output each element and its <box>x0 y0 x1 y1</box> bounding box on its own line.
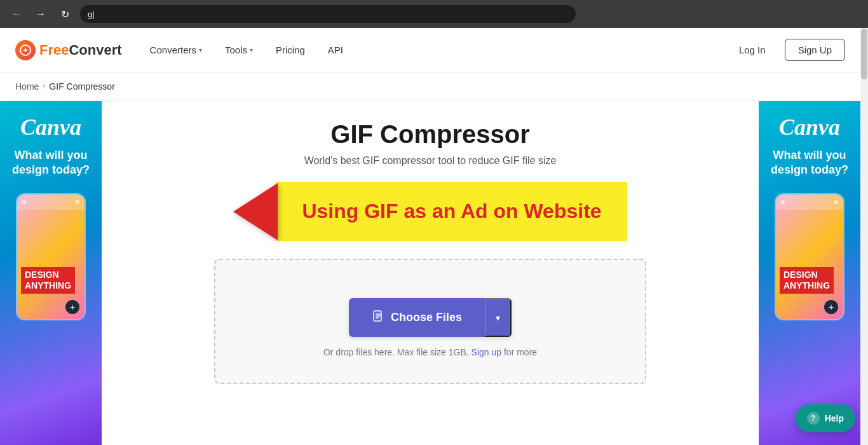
back-button[interactable]: ← <box>8 5 25 23</box>
gif-ad-text: Using GIF as an Ad on Website <box>299 200 604 223</box>
nav-tools[interactable]: Tools ▾ <box>216 39 262 60</box>
ad-design-text-right: DESIGNANYTHING <box>780 267 834 294</box>
center-content: GIF Compressor World's best GIF compress… <box>102 101 759 445</box>
navbar: FreeConvert Converters ▾ Tools ▾ Pricing… <box>0 28 860 72</box>
ad-dot-2 <box>76 200 79 204</box>
ad-tagline-left: What will youdesign today? <box>12 148 90 178</box>
help-icon: ? <box>807 412 820 425</box>
gif-ad-box: Using GIF as an Ad on Website <box>276 182 627 241</box>
breadcrumb: Home › GIF Compressor <box>0 72 860 101</box>
ad-phone-right: DESIGNANYTHING + <box>775 193 844 320</box>
page: FreeConvert Converters ▾ Tools ▾ Pricing… <box>0 28 860 445</box>
drop-text: Or drop files here. Max file size 1GB. S… <box>323 347 537 357</box>
logo[interactable]: FreeConvert <box>15 40 122 60</box>
ad-design-text-left: DESIGNANYTHING <box>21 267 75 294</box>
gif-ad-container: Using GIF as an Ad on Website <box>233 182 627 241</box>
canva-logo-right: Canva <box>779 114 840 140</box>
forward-button[interactable]: → <box>32 5 50 23</box>
choose-files-label: Choose Files <box>391 311 462 324</box>
signup-link[interactable]: Sign up <box>471 347 501 357</box>
converters-chevron-icon: ▾ <box>199 46 202 53</box>
scrollbar-track[interactable] <box>860 28 868 445</box>
logo-text: FreeConvert <box>39 42 122 58</box>
upload-area[interactable]: Choose Files ▾ Or drop files here. Max f… <box>214 259 646 384</box>
refresh-button[interactable]: ↻ <box>56 5 74 23</box>
right-ad-banner[interactable]: Canva What will youdesign today? DESIGNA… <box>759 101 860 445</box>
canva-logo-left: Canva <box>20 114 81 140</box>
ad-plus-btn-right[interactable]: + <box>824 300 838 314</box>
ad-phone-bar-left <box>17 195 85 210</box>
ad-dot-right-2 <box>834 200 838 204</box>
ad-plus-btn-left[interactable]: + <box>65 300 79 314</box>
nav-links: Converters ▾ Tools ▾ Pricing API <box>141 39 728 60</box>
help-label: Help <box>825 413 844 423</box>
page-title: GIF Compressor <box>330 120 529 149</box>
nav-converters[interactable]: Converters ▾ <box>141 39 211 60</box>
address-bar[interactable] <box>80 5 576 23</box>
login-button[interactable]: Log In <box>728 39 777 60</box>
main-content: Canva What will youdesign today? DESIGNA… <box>0 101 860 445</box>
nav-pricing[interactable]: Pricing <box>267 39 314 60</box>
breadcrumb-home[interactable]: Home <box>15 81 39 92</box>
dropdown-chevron-icon: ▾ <box>496 313 500 323</box>
choose-files-button[interactable]: Choose Files <box>349 298 485 337</box>
file-icon <box>372 310 384 325</box>
breadcrumb-current: GIF Compressor <box>49 81 114 92</box>
logo-free: Free <box>39 42 69 58</box>
left-ad-banner[interactable]: Canva What will youdesign today? DESIGNA… <box>0 101 102 445</box>
logo-convert: Convert <box>69 42 121 58</box>
scrollbar-thumb[interactable] <box>861 29 867 79</box>
browser-bar: ← → ↻ <box>0 0 868 28</box>
ad-tagline-right: What will youdesign today? <box>771 148 848 178</box>
ad-phone-bar-right <box>776 195 843 210</box>
signup-button[interactable]: Sign Up <box>785 39 845 61</box>
choose-files-dropdown-button[interactable]: ▾ <box>485 298 512 337</box>
choose-files-row: Choose Files ▾ <box>349 298 512 337</box>
nav-right: Log In Sign Up <box>728 39 845 61</box>
logo-icon <box>15 40 36 60</box>
help-button[interactable]: ? Help <box>796 404 855 432</box>
breadcrumb-separator: › <box>43 82 45 91</box>
gif-ad-arrow-icon <box>233 183 278 240</box>
ad-phone-left: DESIGNANYTHING + <box>16 193 86 320</box>
tools-chevron-icon: ▾ <box>250 46 253 53</box>
ad-dot-right-1 <box>781 200 785 204</box>
ad-dot-1 <box>22 200 26 204</box>
nav-api[interactable]: API <box>319 39 352 60</box>
page-subtitle: World's best GIF compressor tool to redu… <box>304 155 557 167</box>
